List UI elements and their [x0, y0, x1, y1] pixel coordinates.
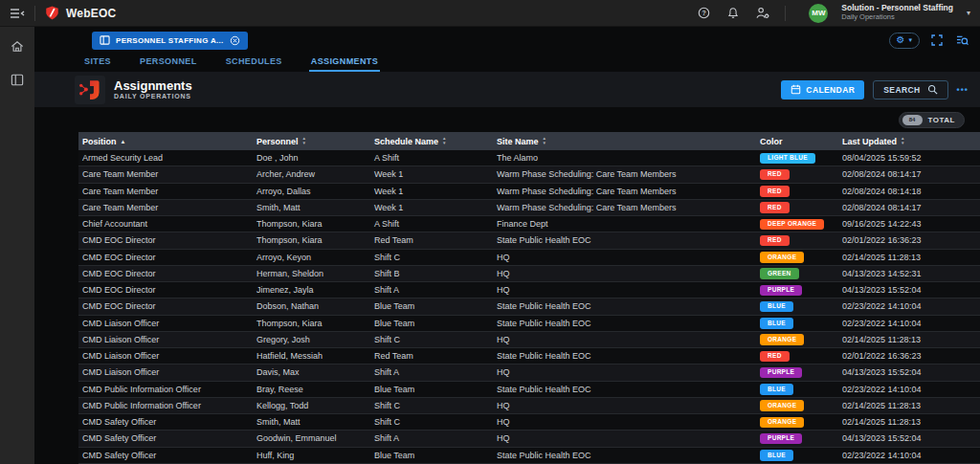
avatar[interactable]: MW — [809, 4, 828, 23]
cell-site-name: Warm Phase Scheduling: Care Team Members — [493, 187, 756, 196]
cell-color: RED — [756, 350, 838, 362]
column-header-personnel[interactable]: Personnel▲▼ — [253, 137, 370, 146]
cell-actions: ••• — [976, 171, 980, 178]
board-logo-tile — [75, 76, 105, 104]
column-label: Personnel — [256, 137, 299, 146]
table-row[interactable]: CMD EOC DirectorDobson, NathanBlue TeamS… — [78, 298, 980, 315]
cell-actions: ••• — [976, 402, 980, 409]
table-row[interactable]: Care Team MemberArroyo, DallasWeek 1Warm… — [78, 184, 980, 200]
fullscreen-button[interactable] — [929, 33, 945, 48]
table-row[interactable]: CMD Safety OfficerSmith, MattShift CHQOR… — [78, 414, 980, 431]
cell-position: CMD EOC Director — [78, 253, 253, 262]
table-row[interactable]: CMD Liaison OfficerDavis, MaxShift AHQPU… — [78, 365, 980, 381]
table-row[interactable]: Chief AccountantThompson, KiaraA ShiftFi… — [78, 216, 980, 232]
workspace-tabs: SITESPERSONNELSCHEDULESASSIGNMENTS — [34, 54, 980, 72]
column-header-position[interactable]: Position▲ — [78, 137, 253, 146]
cell-color: BLUE — [756, 300, 838, 312]
cell-site-name: State Public Health EOC — [493, 451, 756, 460]
cell-position: CMD Liaison Officer — [78, 335, 253, 344]
cell-position: CMD Safety Officer — [78, 451, 253, 460]
tab-sites[interactable]: SITES — [82, 55, 113, 72]
boards-icon — [11, 74, 24, 86]
cell-personnel: Davis, Max — [253, 367, 370, 377]
sort-icon: ▲▼ — [901, 137, 904, 144]
cell-personnel: Huff, King — [253, 451, 370, 460]
cell-last-updated: 02/08/2024 08:14:18 — [838, 187, 976, 196]
view-settings-button[interactable]: ⚙ ▾ — [889, 33, 920, 49]
help-button[interactable]: ? — [696, 5, 712, 21]
cell-actions: ••• — [976, 452, 980, 458]
page-more-button[interactable]: ••• — [957, 85, 969, 95]
sidebar-item-boards[interactable] — [9, 72, 26, 88]
color-badge: BLUE — [760, 301, 793, 313]
cell-site-name: The Alamo — [493, 153, 756, 163]
column-label: Schedule Name — [374, 137, 438, 146]
table-row[interactable]: CMD Public Information OfficerKellogg, T… — [78, 398, 980, 414]
cell-last-updated: 02/23/2022 14:10:04 — [838, 319, 976, 328]
hamburger-icon — [11, 8, 25, 19]
cell-personnel: Thompson, Kiara — [253, 319, 370, 328]
table-row[interactable]: CMD Liaison OfficerThompson, KiaraBlue T… — [78, 316, 980, 332]
table-row[interactable]: CMD Liaison OfficerGregory, JoshShift CH… — [78, 332, 980, 348]
cell-color: BLUE — [756, 318, 838, 329]
calendar-button[interactable]: CALENDAR — [781, 80, 864, 99]
search-button[interactable]: SEARCH — [873, 80, 947, 99]
cell-last-updated: 02/01/2022 16:36:23 — [838, 351, 976, 361]
cell-schedule-name: A Shift — [370, 219, 493, 229]
cell-actions: ••• — [976, 237, 980, 244]
column-header-last-updated[interactable]: Last Updated▲▼ — [838, 137, 976, 146]
table-row[interactable]: Armed Security LeadDoe , JohnA ShiftThe … — [78, 150, 980, 166]
cell-position: CMD Liaison Officer — [78, 367, 253, 377]
cell-personnel: Smith, Matt — [253, 417, 370, 427]
cell-actions: ••• — [976, 155, 980, 162]
sort-ascending-icon: ▲ — [121, 139, 126, 144]
cell-last-updated: 04/13/2023 15:52:04 — [838, 433, 976, 443]
tab-personnel[interactable]: PERSONNEL — [138, 55, 199, 72]
table-row[interactable]: CMD EOC DirectorThompson, KiaraRed TeamS… — [78, 232, 980, 249]
table-row[interactable]: Care Team MemberSmith, MattWeek 1Warm Ph… — [78, 200, 980, 216]
cell-site-name: State Public Health EOC — [493, 351, 756, 361]
color-badge: BLUE — [760, 450, 793, 461]
cell-last-updated: 04/13/2023 14:52:31 — [838, 269, 976, 278]
workspace-chip[interactable]: PERSONNEL STAFFING A... — [92, 32, 248, 50]
user-settings-button[interactable] — [754, 5, 771, 21]
color-badge: ORANGE — [760, 417, 804, 429]
table-body: Armed Security LeadDoe , JohnA ShiftThe … — [78, 150, 980, 464]
collapse-menu-button[interactable] — [9, 6, 27, 21]
total-toggle[interactable]: 84 TOTAL — [899, 112, 965, 128]
table-row[interactable]: CMD Public Information OfficerBray, Rees… — [78, 382, 980, 398]
cell-site-name: HQ — [493, 269, 756, 278]
cell-position: Care Team Member — [78, 187, 253, 196]
color-badge: PURPLE — [760, 285, 802, 297]
sort-icon: ▲▼ — [302, 137, 306, 144]
column-label: Site Name — [497, 137, 539, 146]
table-row[interactable]: Care Team MemberArcher, AndrewWeek 1Warm… — [78, 166, 980, 183]
table-row[interactable]: CMD EOC DirectorHerman, SheldonShift BHQ… — [78, 266, 980, 282]
view-tools: ⚙ ▾ — [889, 33, 970, 49]
table-row[interactable]: CMD EOC DirectorArroyo, KeyonShift CHQOR… — [78, 250, 980, 266]
table-row[interactable]: CMD EOC DirectorJimenez, JaylaShift AHQP… — [78, 282, 980, 298]
solution-chevron-down-icon[interactable]: ▾ — [967, 9, 970, 17]
cell-schedule-name: Shift A — [370, 285, 493, 295]
home-icon — [11, 40, 24, 53]
webeoc-app: WebEOC ? — [0, 0, 980, 464]
cell-color: GREEN — [756, 268, 838, 279]
tab-schedules[interactable]: SCHEDULES — [224, 55, 284, 72]
cell-personnel: Gregory, Josh — [253, 335, 370, 344]
column-header-schedule-name[interactable]: Schedule Name▲▼ — [370, 137, 493, 146]
cell-actions: ••• — [976, 369, 980, 376]
table-row[interactable]: CMD Liaison OfficerHatfield, MessiahRed … — [78, 348, 980, 365]
notifications-button[interactable] — [725, 5, 741, 21]
table-search-button[interactable] — [954, 33, 970, 48]
cell-color: BLUE — [756, 450, 838, 461]
column-header-site-name[interactable]: Site Name▲▼ — [493, 137, 756, 146]
sort-icon: ▲▼ — [543, 137, 546, 144]
table-row[interactable]: CMD Safety OfficerGoodwin, EmmanuelShift… — [78, 431, 980, 447]
sidebar-item-home[interactable] — [9, 38, 26, 55]
table-row[interactable]: CMD Safety OfficerHuff, KingBlue TeamSta… — [78, 448, 980, 464]
chip-close-icon[interactable] — [230, 35, 240, 46]
cell-schedule-name: Shift B — [370, 269, 493, 278]
solution-block[interactable]: Solution - Personnel Staffing Daily Oper… — [841, 4, 953, 21]
tab-assignments[interactable]: ASSIGNMENTS — [309, 55, 380, 72]
juvare-board-logo-icon — [78, 77, 102, 102]
